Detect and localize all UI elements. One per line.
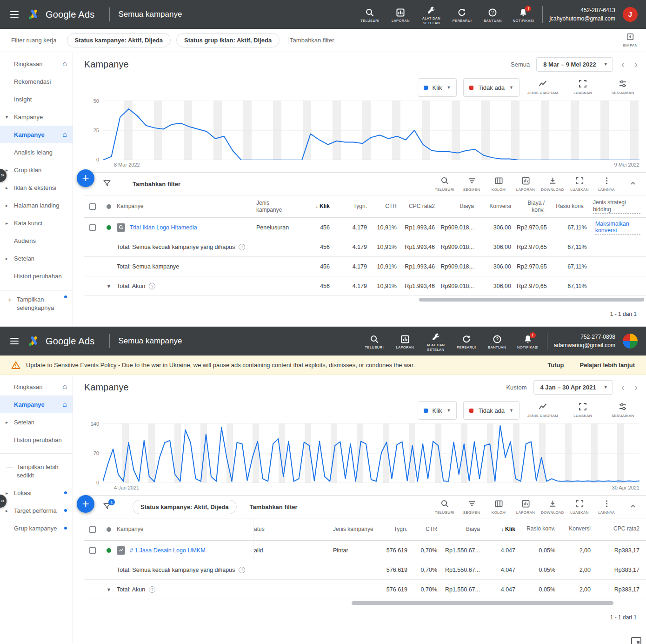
tools-button[interactable]: ALAT DAN SETELAN: [420, 330, 451, 352]
banner-learn-more-link[interactable]: Pelajari lebih lanjut: [580, 362, 635, 369]
add-filter-input[interactable]: Tambahkan filter: [288, 37, 334, 44]
row-checkbox[interactable]: [89, 224, 96, 231]
reports-button[interactable]: LAPORAN: [385, 6, 416, 23]
campaign-link[interactable]: Trial Iklan Logo Hitamedia: [130, 224, 197, 231]
sidebar-item-setelan[interactable]: ▸Setelan: [0, 249, 73, 267]
sidebar-item-histori-perubahan[interactable]: Histori perubahan: [0, 431, 73, 449]
sidebar-item-grup-iklan[interactable]: ▸Grup iklan: [0, 161, 73, 179]
menu-icon[interactable]: [10, 11, 19, 18]
collapse-table-button[interactable]: [625, 180, 641, 188]
date-range-picker[interactable]: 8 Mar – 9 Mei 2022▼: [536, 57, 613, 72]
adjust-chart-button[interactable]: SESUAIKAN: [606, 401, 639, 418]
sidebar-item-analisis-lelang[interactable]: Analisis lelang: [0, 143, 73, 161]
filter-funnel-icon[interactable]: 1: [103, 502, 111, 512]
col-jenis-kampanye[interactable]: Jenis kampanye: [333, 518, 380, 540]
sidebar-item-target-performa[interactable]: ▸Target performa: [0, 502, 73, 519]
col-biaya-konv[interactable]: Biaya / konv.: [517, 195, 550, 217]
table-search-button[interactable]: TELUSURI: [431, 498, 458, 515]
search-button[interactable]: TELUSURI: [354, 6, 385, 23]
metric-selector-2[interactable]: Tidak ada▼: [463, 78, 519, 97]
col-klik[interactable]: ↓Klik: [296, 195, 335, 217]
search-button[interactable]: TELUSURI: [359, 333, 390, 349]
columns-button[interactable]: KOLOM: [485, 498, 512, 515]
sidebar-item-ringkasan[interactable]: Ringkasan⌂: [0, 55, 73, 73]
show-less-button[interactable]: —Tampilkan lebih sedikit: [0, 458, 73, 484]
sidebar-item-rekomendasi[interactable]: Rekomendasi: [0, 73, 73, 90]
download-button[interactable]: DOWNLOAD: [539, 498, 566, 515]
select-all-checkbox[interactable]: [89, 526, 96, 533]
avatar[interactable]: [623, 334, 638, 349]
account-info[interactable]: 452-287-6413 jcahyohutomo@gmail.com: [542, 6, 622, 23]
new-campaign-fab[interactable]: +: [77, 495, 94, 513]
col-biaya[interactable]: Biaya: [443, 518, 486, 540]
date-prev-button[interactable]: ‹: [619, 382, 626, 392]
segment-button[interactable]: SEGMEN: [458, 498, 485, 515]
col-status[interactable]: atus: [254, 518, 333, 540]
col-konversi[interactable]: Konversi: [561, 518, 596, 540]
sidebar-item-setelan[interactable]: ▸Setelan: [0, 413, 73, 431]
notifications-button[interactable]: ! NOTIFIKASI: [513, 333, 543, 349]
banner-dismiss-button[interactable]: Tutup: [547, 362, 564, 369]
save-filter-button[interactable]: SIMPAN: [623, 33, 638, 48]
columns-button[interactable]: KOLOM: [485, 175, 512, 192]
help-circle-icon[interactable]: ?: [149, 283, 155, 289]
col-ctr[interactable]: CTR: [373, 195, 402, 217]
select-all-checkbox[interactable]: [89, 203, 96, 210]
campaign-link[interactable]: # 1 Jasa Desain Logo UMKM: [130, 547, 206, 554]
segment-button[interactable]: SEGMEN: [458, 175, 485, 192]
help-button[interactable]: ? BANTUAN: [482, 333, 513, 349]
chart-type-button[interactable]: JENIS DIAGRAM: [526, 401, 559, 418]
collapse-table-button[interactable]: [625, 503, 641, 511]
more-options-button[interactable]: LAINNYA: [593, 175, 620, 192]
download-button[interactable]: DOWNLOAD: [539, 175, 566, 192]
help-circle-icon[interactable]: ?: [149, 586, 155, 593]
col-klik[interactable]: ↓Klik: [486, 518, 521, 540]
account-info[interactable]: 752-277-0898 adamwarioq@gmail.com: [547, 333, 622, 349]
table-report-button[interactable]: LAPORAN: [512, 498, 539, 515]
sidebar-item-grup-kampanye[interactable]: Grup kampanye: [0, 519, 73, 537]
date-prev-button[interactable]: ‹: [619, 60, 626, 69]
col-rasio-konv[interactable]: Rasio konv.: [521, 518, 561, 540]
col-rasio-konv[interactable]: Rasio konv.: [550, 195, 590, 217]
help-button[interactable]: ? BANTUAN: [477, 6, 508, 23]
sidebar-item-iklan-ekstensi[interactable]: ▸Iklan & ekstensi: [0, 179, 73, 196]
table-expand-button[interactable]: LUASKAN: [566, 175, 593, 192]
date-next-button[interactable]: ›: [633, 382, 639, 392]
notifications-button[interactable]: ! NOTIFIKASI: [508, 6, 539, 23]
help-circle-icon[interactable]: ?: [239, 244, 245, 250]
line-chart[interactable]: [103, 101, 639, 160]
chevron-down-icon[interactable]: ▼: [107, 587, 112, 592]
new-campaign-fab[interactable]: +: [77, 169, 94, 187]
sidebar-item-kampanye[interactable]: Kampanye⌂: [0, 126, 73, 143]
table-add-filter[interactable]: Tambahkan filter: [250, 503, 298, 510]
filter-funnel-icon[interactable]: [103, 179, 111, 189]
table-add-filter[interactable]: Tambahkan filter: [133, 181, 180, 188]
google-ads-logo[interactable]: Google Ads: [27, 335, 94, 348]
adjust-chart-button[interactable]: SESUAIKAN: [606, 78, 639, 95]
sidebar-item-halaman-landing[interactable]: ▸Halaman landing: [0, 196, 73, 214]
show-more-button[interactable]: ＋Tampilkan selengkapnya: [0, 290, 73, 316]
line-chart[interactable]: [103, 423, 639, 483]
col-cpc-rata2[interactable]: CPC rata2: [596, 518, 646, 540]
filter-chip-adgroup-status[interactable]: Status grup iklan: Aktif, Dijeda: [176, 33, 280, 47]
sidebar-item-audiens[interactable]: Audiens: [0, 232, 73, 249]
table-search-button[interactable]: TELUSURI: [431, 175, 458, 192]
horizontal-scrollbar[interactable]: [419, 298, 644, 302]
sidebar-item-kampanye-parent[interactable]: ▾Kampanye: [0, 108, 73, 126]
sidebar-item-lokasi[interactable]: ▸Lokasi: [0, 484, 73, 502]
save-view-icon[interactable]: [631, 637, 641, 644]
date-next-button[interactable]: ›: [633, 60, 639, 69]
sidebar-item-ringkasan[interactable]: Ringkasan⌂: [0, 378, 73, 396]
col-cpc-rata2[interactable]: CPC rata2: [402, 195, 440, 217]
horizontal-scrollbar[interactable]: [352, 601, 613, 605]
sidebar-item-kata-kunci[interactable]: ▸Kata kunci: [0, 214, 73, 232]
date-range-picker[interactable]: 4 Jan – 30 Apr 2021▼: [533, 380, 613, 395]
sidebar-item-insight[interactable]: Insight: [0, 90, 73, 108]
col-ctr[interactable]: CTR: [413, 518, 443, 540]
col-jenis-kampanye[interactable]: Jenis kampanye: [256, 195, 296, 217]
status-filter-dot[interactable]: [107, 204, 111, 209]
row-checkbox[interactable]: [89, 547, 96, 554]
menu-icon[interactable]: [10, 338, 19, 344]
col-kampanye[interactable]: Kampanye: [117, 518, 254, 540]
sidebar-item-kampanye[interactable]: Kampanye⌂: [0, 396, 73, 413]
